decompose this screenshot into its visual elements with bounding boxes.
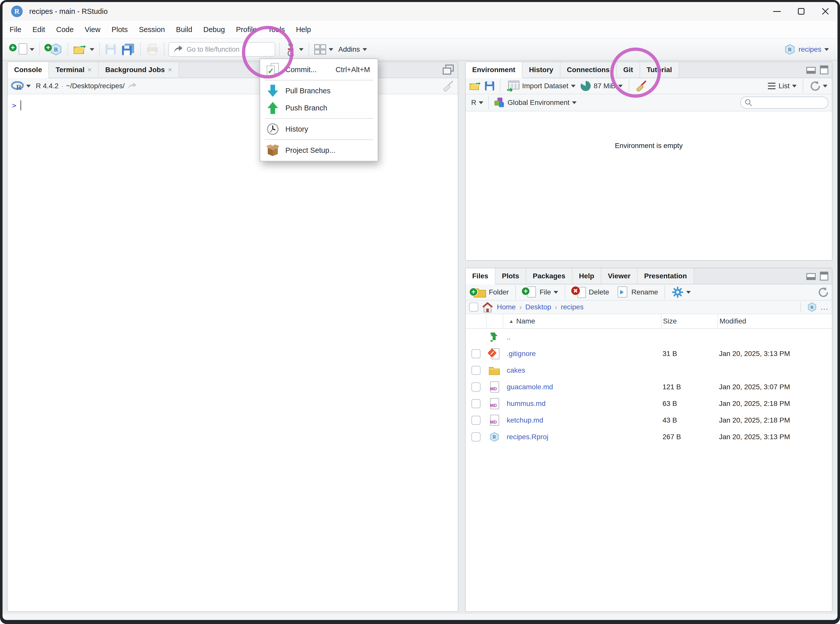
git-menu-project-setup[interactable]: Project Setup... [260, 142, 378, 159]
file-link[interactable]: .. [503, 333, 511, 341]
save-workspace-icon[interactable] [484, 81, 495, 91]
menu-debug[interactable]: Debug [198, 21, 230, 38]
minimize-pane-icon[interactable] [806, 66, 816, 74]
breadcrumb-recipes[interactable]: recipes [561, 303, 584, 311]
row-checkbox[interactable] [471, 416, 480, 425]
memory-usage-button[interactable]: 87 MiB [579, 77, 624, 94]
select-all-checkbox[interactable] [469, 303, 478, 312]
delete-file-button[interactable]: Delete [570, 284, 611, 301]
menu-code[interactable]: Code [51, 21, 79, 38]
addins-button[interactable]: Addins [336, 41, 370, 58]
git-button[interactable] [283, 41, 306, 58]
tab-console[interactable]: Console [8, 62, 49, 78]
git-menu-push-branch[interactable]: Push Branch [260, 99, 378, 116]
menu-plots[interactable]: Plots [106, 21, 133, 38]
row-checkbox[interactable] [471, 399, 480, 408]
tab-connections[interactable]: Connections [561, 62, 617, 78]
environment-search-box[interactable] [740, 97, 828, 109]
git-menu-pull-branches[interactable]: Pull Branches [260, 82, 378, 99]
menu-view[interactable]: View [79, 21, 106, 38]
file-link[interactable]: hummus.md [503, 400, 545, 408]
maximize-pane-icon[interactable] [820, 65, 828, 74]
more-columns-button[interactable]: ... [821, 303, 828, 311]
tab-git[interactable]: Git [617, 62, 640, 78]
tab-history[interactable]: History [522, 62, 560, 78]
row-checkbox[interactable] [471, 432, 480, 442]
tab-viewer[interactable]: Viewer [601, 268, 638, 284]
minimize-button[interactable] [765, 2, 789, 21]
console-body[interactable]: > [8, 94, 458, 116]
tab-help[interactable]: Help [573, 268, 602, 284]
goto-file-function-box[interactable] [168, 42, 275, 57]
row-checkbox[interactable] [471, 349, 480, 358]
file-link[interactable]: .gitignore [503, 350, 536, 357]
menu-profile[interactable]: Profile [230, 21, 262, 38]
rename-file-button[interactable]: Rename [613, 284, 659, 301]
menu-file[interactable]: File [4, 21, 27, 38]
new-project-button[interactable]: R + [42, 41, 65, 58]
row-checkbox[interactable] [471, 366, 480, 375]
tab-files[interactable]: Files [466, 268, 496, 284]
more-file-commands-button[interactable] [670, 284, 692, 301]
environment-search-input[interactable] [755, 99, 820, 107]
project-chooser[interactable]: R recipes [784, 43, 833, 55]
tab-background-jobs[interactable]: Background Jobs× [99, 62, 179, 78]
panes-caret-icon [329, 48, 333, 51]
print-button[interactable] [143, 41, 161, 58]
menu-tools[interactable]: Tools [262, 21, 290, 38]
restore-panes-icon[interactable] [443, 65, 454, 75]
goto-file-function-input[interactable] [187, 46, 262, 54]
breadcrumb-desktop[interactable]: Desktop [525, 303, 551, 311]
open-directory-icon[interactable] [127, 82, 137, 90]
file-link[interactable]: guacamole.md [503, 383, 553, 391]
new-file-blank-button[interactable]: + File [521, 284, 559, 301]
r-version-caret-icon[interactable] [26, 85, 31, 88]
import-dataset-button[interactable]: Import Dataset [505, 77, 576, 94]
menu-build[interactable]: Build [170, 21, 198, 38]
column-header-name[interactable]: ▲Name [503, 314, 661, 328]
clear-environment-icon[interactable] [634, 80, 647, 92]
close-tab-icon[interactable]: × [168, 66, 172, 74]
scope-caret-icon[interactable] [572, 101, 576, 104]
menu-edit[interactable]: Edit [27, 21, 51, 38]
commit-shortcut: Ctrl+Alt+M [335, 66, 370, 74]
new-folder-button[interactable]: + Folder [469, 284, 510, 301]
close-button[interactable] [813, 2, 837, 21]
new-file-button[interactable]: + [7, 41, 37, 58]
file-link[interactable]: ketchup.md [503, 416, 543, 424]
clear-console-icon[interactable] [441, 80, 454, 92]
language-caret-icon[interactable] [479, 101, 483, 104]
tab-presentation[interactable]: Presentation [638, 268, 694, 284]
refresh-files-icon[interactable] [817, 287, 828, 298]
save-button[interactable] [102, 41, 119, 58]
tab-terminal[interactable]: Terminal× [49, 62, 99, 78]
file-link[interactable]: recipes.Rproj [503, 433, 548, 441]
column-header-size[interactable]: Size [661, 314, 718, 328]
maximize-pane-icon[interactable] [820, 272, 828, 281]
menu-session[interactable]: Session [133, 21, 170, 38]
menu-help[interactable]: Help [290, 21, 317, 38]
home-icon[interactable] [482, 301, 493, 313]
save-all-button[interactable] [119, 41, 137, 58]
list-view-button[interactable]: List [766, 77, 798, 94]
row-checkbox[interactable] [471, 383, 480, 392]
minimize-pane-icon[interactable] [806, 272, 816, 280]
tab-plots[interactable]: Plots [496, 268, 526, 284]
load-workspace-icon[interactable] [469, 80, 482, 91]
maximize-button[interactable] [789, 2, 813, 21]
menubar: File Edit Code View Plots Session Build … [3, 21, 837, 38]
tab-packages[interactable]: Packages [526, 268, 572, 284]
tab-tutorial[interactable]: Tutorial [640, 62, 679, 78]
close-tab-icon[interactable]: × [88, 66, 91, 74]
refresh-environment-button[interactable] [808, 77, 828, 94]
workspace-panes-button[interactable] [312, 41, 336, 58]
column-header-modified[interactable]: Modified [718, 314, 832, 328]
folder-icon [489, 366, 500, 375]
tab-environment[interactable]: Environment [466, 62, 522, 78]
breadcrumb-home[interactable]: Home [497, 303, 516, 311]
git-menu-history[interactable]: History [260, 120, 378, 137]
file-link[interactable]: cakes [503, 366, 525, 374]
open-file-button[interactable] [71, 41, 97, 58]
git-menu-commit[interactable]: ✓ Commit... Ctrl+Alt+M [260, 61, 378, 78]
project-directory-icon[interactable]: R [807, 302, 817, 312]
